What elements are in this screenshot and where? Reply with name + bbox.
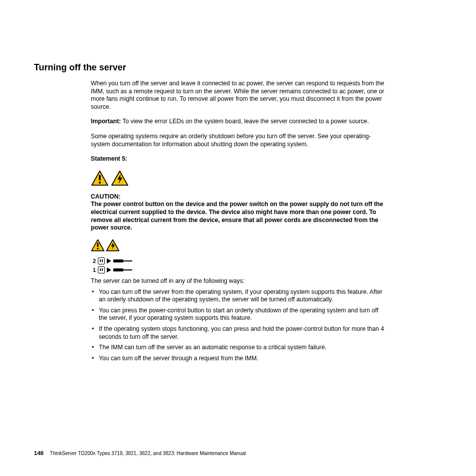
important-note: Important: To view the error LEDs on the…	[91, 118, 385, 126]
cord-icon	[113, 258, 133, 263]
page-footer: 148 ThinkServer TD200x Types 3719, 3821,…	[34, 450, 246, 456]
list-item: You can turn off the server through a re…	[91, 355, 385, 363]
intro-paragraph: When you turn off the server and leave i…	[91, 80, 385, 111]
warning-exclamation-icon	[91, 239, 105, 251]
power-cord-diagram: 2 1	[91, 256, 385, 274]
svg-rect-1	[99, 175, 101, 181]
warning-exclamation-icon	[91, 170, 109, 186]
ways-intro: The server can be turned off in any of t…	[91, 277, 385, 285]
shutdown-methods-list: You can turn off the server from the ope…	[91, 288, 385, 363]
plug-icon	[98, 266, 105, 273]
body-column: When you turn off the server and leave i…	[91, 80, 385, 362]
diagram-row-1: 1	[91, 265, 385, 274]
caution-block: CAUTION: The power control button on the…	[91, 193, 385, 232]
os-shutdown-paragraph: Some operating systems require an orderl…	[91, 133, 385, 148]
caution-text: The power control button on the device a…	[91, 201, 385, 232]
list-item: If the operating system stops functionin…	[91, 325, 385, 341]
section-heading: Turning off the server	[34, 62, 436, 73]
warning-electrical-icon	[111, 170, 129, 186]
warning-icons-row-2	[91, 239, 385, 251]
page-number: 148	[34, 450, 43, 456]
diagram-label-1: 1	[91, 266, 96, 273]
list-item: You can press the power-control button t…	[91, 307, 385, 322]
diagram-label-2: 2	[91, 257, 96, 264]
warning-icons-row-1	[91, 170, 385, 186]
document-page: Turning off the server When you turn off…	[0, 0, 476, 476]
list-item: The IMM can turn off the server as an au…	[91, 344, 385, 352]
footer-text: ThinkServer TD200x Types 3719, 3821, 382…	[50, 451, 246, 456]
arrow-right-icon	[107, 267, 111, 272]
cord-icon	[113, 267, 133, 272]
caution-label: CAUTION:	[91, 193, 385, 201]
plug-icon	[98, 257, 105, 264]
statement-label: Statement 5:	[91, 155, 385, 163]
svg-point-2	[99, 182, 101, 184]
svg-point-7	[97, 248, 98, 249]
arrow-right-icon	[107, 258, 111, 263]
important-label: Important:	[91, 118, 121, 125]
warning-electrical-icon	[106, 239, 120, 251]
important-text: To view the error LEDs on the system boa…	[121, 118, 369, 125]
diagram-row-2: 2	[91, 256, 385, 265]
list-item: You can turn off the server from the ope…	[91, 288, 385, 304]
svg-rect-6	[97, 243, 99, 247]
